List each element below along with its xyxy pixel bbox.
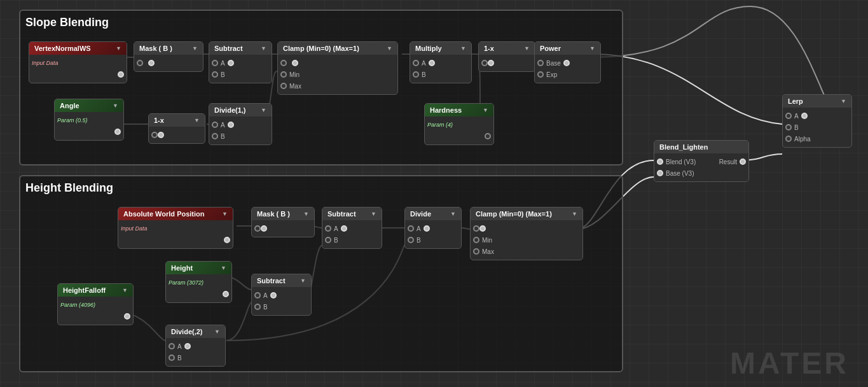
- blend-lighten-node[interactable]: Blend_Lighten Blend (V3) Result Base (V3…: [654, 140, 749, 182]
- abs-world-out-pin: [224, 237, 230, 243]
- angle-out-pin: [114, 129, 121, 135]
- mask-b-1-in-pin: [137, 60, 143, 66]
- clamp-2-out-pin: [479, 225, 486, 232]
- divide-1-header: Divide(1,) ▼: [209, 104, 272, 116]
- vertex-normal-header: VertexNormalWS ▼: [29, 42, 127, 55]
- abs-world-node[interactable]: Absolute World Position ▼ Input Data: [118, 207, 233, 249]
- power-out-pin: [563, 60, 570, 66]
- mask-b-1-out-pin: [148, 60, 155, 66]
- divide-1-b-pin: [212, 133, 218, 139]
- subtract-2-a-pin: [325, 225, 331, 232]
- lerp-out-pin: [801, 113, 808, 119]
- one-minus-1-node[interactable]: 1-x ▼: [148, 113, 205, 144]
- hardness-pin: [485, 133, 491, 139]
- height-blending-box: Height Blending: [19, 175, 623, 372]
- clamp-1-node[interactable]: Clamp (Min=0) (Max=1) ▼ Min Max: [277, 41, 398, 95]
- mask-b-2-node[interactable]: Mask ( B ) ▼: [251, 207, 315, 237]
- lerp-header: Lerp ▼: [783, 95, 851, 108]
- power-base-pin: [537, 60, 544, 66]
- height-param-node[interactable]: Height ▼ Param (3072): [165, 261, 232, 303]
- mask-b-2-header: Mask ( B ) ▼: [252, 208, 314, 220]
- divide-2-node[interactable]: Divide ▼ A B: [404, 207, 462, 249]
- angle-node[interactable]: Angle ▼ Param (0.5): [54, 99, 124, 141]
- power-header: Power ▼: [535, 42, 600, 55]
- lerp-alpha-pin: [785, 136, 792, 142]
- height-falloff-header: HeightFalloff ▼: [58, 284, 133, 297]
- clamp-2-max-pin: [473, 248, 479, 255]
- multiply-b-pin: [413, 71, 419, 78]
- clamp-1-max-pin: [280, 83, 287, 89]
- abs-world-header: Absolute World Position ▼: [118, 208, 233, 220]
- height-param-header: Height ▼: [166, 262, 231, 274]
- divide-3-a-pin: [169, 343, 175, 349]
- blend-lighten-out-pin: [740, 158, 746, 165]
- subtract-1-header: Subtract ▼: [209, 42, 272, 55]
- clamp-1-out-pin: [292, 60, 298, 66]
- vertex-normal-node[interactable]: VertexNormalWS ▼ Input Data: [29, 41, 127, 83]
- divide-3-out-pin: [184, 343, 191, 349]
- height-falloff-node[interactable]: HeightFalloff ▼ Param (4096): [57, 283, 134, 325]
- subtract-2-out-pin: [341, 225, 347, 232]
- clamp-1-header: Clamp (Min=0) (Max=1) ▼: [278, 42, 397, 55]
- divide-1-out-pin: [228, 122, 234, 128]
- one-minus-2-node[interactable]: 1-x ▼: [478, 41, 535, 72]
- divide-2-header: Divide ▼: [405, 208, 461, 220]
- one-minus-2-out-pin: [488, 60, 494, 66]
- height-param-out-pin: [223, 291, 229, 297]
- vertex-normal-sub: Input Data: [29, 57, 127, 69]
- angle-header: Angle ▼: [55, 99, 123, 112]
- subtract-3-out-pin: [270, 292, 277, 299]
- mask-b-2-in-pin: [254, 225, 261, 232]
- subtract-2-node[interactable]: Subtract ▼ A B: [322, 207, 382, 249]
- multiply-node[interactable]: Multiply ▼ A B: [410, 41, 472, 83]
- subtract-3-header: Subtract ▼: [252, 274, 311, 287]
- blend-lighten-blend-in-pin: [657, 158, 663, 165]
- divide-2-b-pin: [408, 237, 414, 243]
- hardness-node[interactable]: Hardness ▼ Param (4): [424, 103, 494, 145]
- divide-1-node[interactable]: Divide(1,) ▼ A B: [209, 103, 272, 145]
- clamp-2-in-pin: [473, 225, 479, 232]
- multiply-out-pin: [429, 60, 435, 66]
- divide-3-node[interactable]: Divide(,2) ▼ A B: [165, 325, 226, 367]
- subtract-1-node[interactable]: Subtract ▼ A B: [209, 41, 272, 83]
- mask-b-1-node[interactable]: Mask ( B ) ▼: [134, 41, 203, 72]
- hardness-header: Hardness ▼: [425, 104, 493, 116]
- height-blending-title: Height Blending: [25, 181, 617, 195]
- one-minus-2-header: 1-x ▼: [479, 42, 535, 55]
- one-minus-1-in-pin: [151, 132, 158, 138]
- lerp-a-pin: [785, 113, 792, 119]
- subtract-3-node[interactable]: Subtract ▼ A B: [251, 274, 312, 316]
- blend-lighten-base-in-pin: [657, 170, 663, 176]
- clamp-2-node[interactable]: Clamp (Min=0) (Max=1) ▼ Min Max: [470, 207, 583, 260]
- lerp-b-pin: [785, 124, 792, 130]
- subtract-1-out-pin: [228, 60, 234, 66]
- subtract-2-b-pin: [325, 237, 331, 243]
- subtract-3-a-pin: [254, 292, 261, 299]
- multiply-a-pin: [413, 60, 419, 66]
- clamp-1-min-pin: [280, 71, 287, 78]
- subtract-1-b-pin: [212, 71, 218, 78]
- one-minus-1-header: 1-x ▼: [149, 114, 205, 127]
- mask-b-2-out-pin: [261, 225, 267, 232]
- divide-1-a-pin: [212, 122, 218, 128]
- subtract-2-header: Subtract ▼: [322, 208, 382, 220]
- watermark: MATER: [730, 346, 849, 381]
- clamp-2-header: Clamp (Min=0) (Max=1) ▼: [471, 208, 582, 220]
- power-node[interactable]: Power ▼ Base Exp: [534, 41, 601, 83]
- divide-2-a-pin: [408, 225, 414, 232]
- lerp-node[interactable]: Lerp ▼ A B Alpha: [782, 94, 852, 148]
- power-exp-pin: [537, 71, 544, 78]
- height-falloff-out-pin: [124, 313, 130, 320]
- subtract-1-a-pin: [212, 60, 218, 66]
- mask-b-1-header: Mask ( B ) ▼: [134, 42, 203, 55]
- vertex-normal-out-pin: [118, 71, 124, 78]
- divide-2-out-pin: [424, 225, 430, 232]
- clamp-2-min-pin: [473, 237, 479, 243]
- multiply-header: Multiply ▼: [410, 42, 471, 55]
- divide-3-b-pin: [169, 355, 175, 361]
- slope-blending-title: Slope Blending: [25, 16, 617, 29]
- one-minus-2-in-pin: [481, 60, 488, 66]
- divide-3-header: Divide(,2) ▼: [166, 325, 225, 338]
- clamp-1-in-pin: [280, 60, 287, 66]
- blend-lighten-header: Blend_Lighten: [654, 141, 748, 153]
